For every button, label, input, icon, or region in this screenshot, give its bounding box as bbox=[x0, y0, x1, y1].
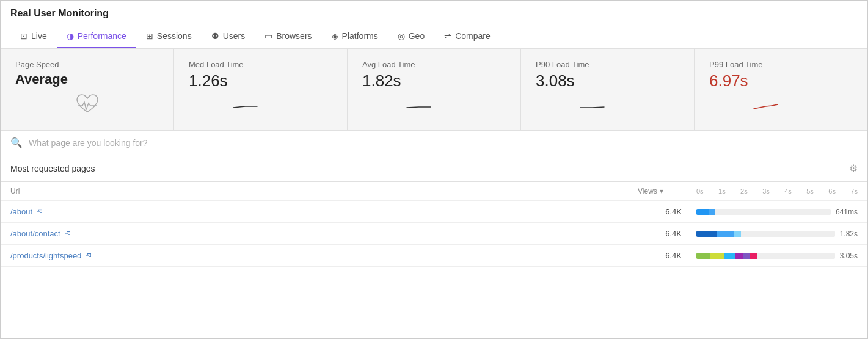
search-input[interactable] bbox=[29, 138, 858, 148]
table-section: Most requested pages ⚙ Uri Views ▾ 0s1s2… bbox=[1, 155, 867, 267]
row-uri-1[interactable]: /about/contact 🗗 bbox=[10, 229, 638, 238]
row-uri-0[interactable]: /about 🗗 bbox=[10, 207, 638, 216]
table-row: /products/lightspeed 🗗 6.4K 3.05s bbox=[1, 245, 867, 267]
app-title: Real User Monitoring bbox=[10, 8, 858, 19]
bar-segment bbox=[734, 231, 740, 237]
metric-value-1: 1.26s bbox=[189, 71, 332, 90]
metric-value-2: 1.82s bbox=[362, 71, 506, 90]
metric-label-2: Avg Load Time bbox=[362, 60, 506, 69]
bar-segment bbox=[724, 253, 735, 259]
row-views-0: 6.4K bbox=[638, 207, 687, 216]
sort-chevron[interactable]: ▾ bbox=[660, 187, 663, 195]
row-uri-2[interactable]: /products/lightspeed 🗗 bbox=[10, 251, 638, 260]
metric-label-4: P99 Load Time bbox=[709, 60, 853, 69]
search-icon: 🔍 bbox=[10, 137, 23, 148]
timescale-label-2s: 2s bbox=[740, 188, 748, 195]
gear-icon[interactable]: ⚙ bbox=[849, 162, 858, 174]
metric-card-2: Avg Load Time 1.82s bbox=[348, 49, 521, 130]
tab-sessions[interactable]: ⊞Sessions bbox=[136, 25, 202, 48]
table-rows: /about 🗗 6.4K 641ms /about/contact 🗗 6.4… bbox=[1, 201, 867, 267]
tab-geo[interactable]: ◎Geo bbox=[388, 25, 434, 48]
timescale-label-4s: 4s bbox=[784, 188, 792, 195]
row-bar-area-0: 641ms bbox=[687, 208, 858, 216]
sparkline-4 bbox=[709, 95, 853, 122]
external-link-icon-0[interactable]: 🗗 bbox=[36, 208, 43, 216]
timescale-label-0s: 0s bbox=[696, 188, 704, 195]
external-link-icon-2[interactable]: 🗗 bbox=[85, 252, 92, 260]
table-row: /about/contact 🗗 6.4K 1.82s bbox=[1, 223, 867, 245]
browsers-icon: ▭ bbox=[264, 31, 272, 41]
timescale-header: 0s1s2s3s4s5s6s7s bbox=[687, 188, 858, 195]
table-col-headers: Uri Views ▾ 0s1s2s3s4s5s6s7s bbox=[1, 182, 867, 201]
sparkline-2 bbox=[362, 95, 506, 122]
uri-text-1: /about/contact bbox=[10, 229, 60, 238]
sessions-icon: ⊞ bbox=[146, 31, 153, 41]
timescale-label-1s: 1s bbox=[718, 188, 726, 195]
table-title: Most requested pages bbox=[10, 164, 849, 173]
metric-value-3: 3.08s bbox=[536, 71, 679, 90]
tab-platforms[interactable]: ◈Platforms bbox=[322, 25, 388, 48]
heart-icon bbox=[15, 92, 159, 117]
nav-tabs: ⊡Live◑Performance⊞Sessions⚉Users▭Browser… bbox=[10, 25, 858, 48]
metric-label-1: Med Load Time bbox=[189, 60, 332, 69]
tab-label-live: Live bbox=[31, 31, 47, 41]
tab-performance[interactable]: ◑Performance bbox=[57, 25, 136, 48]
timescale-label-7s: 7s bbox=[850, 188, 858, 195]
bar-segment bbox=[696, 209, 709, 215]
row-views-1: 6.4K bbox=[638, 229, 687, 238]
table-row: /about 🗗 6.4K 641ms bbox=[1, 201, 867, 223]
tab-label-performance: Performance bbox=[78, 31, 126, 41]
row-views-2: 6.4K bbox=[638, 251, 687, 260]
tab-label-geo: Geo bbox=[409, 31, 425, 41]
metric-label-0: Page Speed bbox=[15, 60, 159, 69]
tab-label-platforms: Platforms bbox=[342, 31, 378, 41]
uri-text-2: /products/lightspeed bbox=[10, 251, 81, 260]
geo-icon: ◎ bbox=[398, 31, 405, 41]
bar-segment bbox=[743, 253, 750, 259]
metric-card-0: Page Speed Average bbox=[1, 49, 174, 130]
bar-label-0: 641ms bbox=[836, 208, 858, 216]
timescale-label-6s: 6s bbox=[828, 188, 836, 195]
bar-segment bbox=[696, 231, 717, 237]
bar-track-0 bbox=[696, 209, 831, 215]
bar-segment bbox=[709, 209, 715, 215]
external-link-icon-1[interactable]: 🗗 bbox=[64, 230, 71, 238]
bar-label-1: 1.82s bbox=[840, 230, 858, 238]
metric-value-0: Average bbox=[15, 71, 159, 87]
search-bar: 🔍 bbox=[1, 131, 867, 155]
sparkline-1 bbox=[189, 95, 332, 122]
performance-icon: ◑ bbox=[67, 31, 74, 41]
platforms-icon: ◈ bbox=[332, 31, 338, 41]
col-header-views: Views ▾ bbox=[638, 187, 687, 195]
tab-label-compare: Compare bbox=[455, 31, 491, 41]
metric-card-3: P90 Load Time 3.08s bbox=[521, 49, 695, 130]
metric-card-1: Med Load Time 1.26s bbox=[174, 49, 348, 130]
bar-segment bbox=[696, 253, 710, 259]
bar-segment bbox=[710, 253, 724, 259]
bar-track-2 bbox=[696, 253, 835, 259]
metric-value-4: 6.97s bbox=[709, 71, 853, 90]
metrics-bar: Page Speed Average Med Load Time 1.26s A… bbox=[1, 49, 867, 131]
uri-text-0: /about bbox=[10, 207, 32, 216]
bar-segment bbox=[717, 231, 734, 237]
header: Real User Monitoring ⊡Live◑Performance⊞S… bbox=[1, 1, 867, 49]
tab-compare[interactable]: ⇌Compare bbox=[434, 25, 500, 48]
bar-segment bbox=[750, 253, 757, 259]
timescale-label-5s: 5s bbox=[806, 188, 814, 195]
tab-users[interactable]: ⚉Users bbox=[202, 25, 255, 48]
tab-label-users: Users bbox=[223, 31, 246, 41]
live-icon: ⊡ bbox=[20, 31, 27, 41]
app-container: Real User Monitoring ⊡Live◑Performance⊞S… bbox=[0, 0, 868, 339]
tab-live[interactable]: ⊡Live bbox=[10, 25, 57, 48]
tab-label-browsers: Browsers bbox=[276, 31, 312, 41]
table-header-row: Most requested pages ⚙ bbox=[1, 155, 867, 182]
bar-track-1 bbox=[696, 231, 835, 237]
bar-label-2: 3.05s bbox=[840, 252, 858, 260]
timescale-label-3s: 3s bbox=[762, 188, 770, 195]
sparkline-3 bbox=[536, 95, 679, 122]
row-bar-area-2: 3.05s bbox=[687, 252, 858, 260]
tab-browsers[interactable]: ▭Browsers bbox=[255, 25, 321, 48]
users-icon: ⚉ bbox=[211, 31, 219, 41]
col-header-uri: Uri bbox=[10, 187, 638, 195]
bar-segment bbox=[735, 253, 743, 259]
